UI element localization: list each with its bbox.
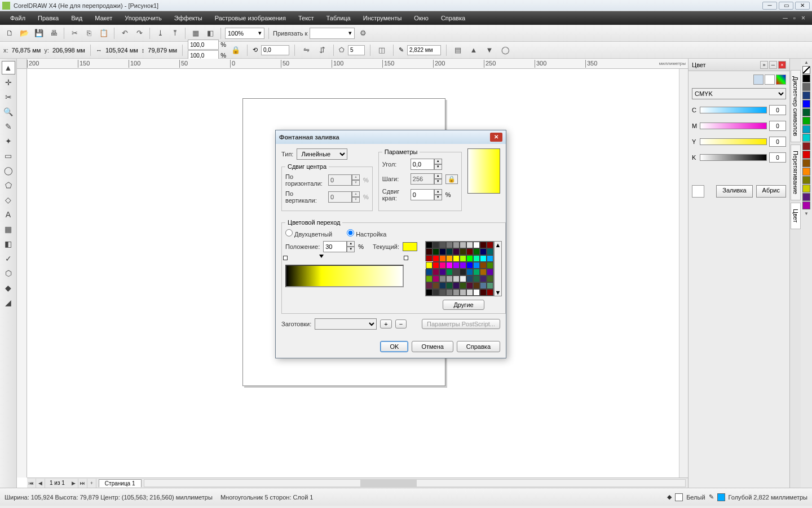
palette-swatch[interactable] — [802, 151, 810, 159]
fill-button[interactable]: Заливка — [716, 185, 752, 198]
basic-shapes-tool-icon[interactable]: ◇ — [2, 193, 15, 207]
palette-swatch[interactable] — [802, 134, 810, 142]
close-button[interactable]: ✕ — [795, 2, 810, 10]
presets-select[interactable] — [315, 318, 377, 330]
palette-cell[interactable] — [487, 289, 493, 296]
outline-tool-icon[interactable]: ⬡ — [2, 266, 15, 280]
palette-cell[interactable] — [480, 262, 487, 269]
interactive-tool-icon[interactable]: ◧ — [2, 237, 15, 251]
fill-tool-icon[interactable]: ◆ — [2, 281, 15, 295]
menu-bitmaps[interactable]: Растровые изображения — [209, 13, 292, 23]
palette-cell[interactable] — [473, 282, 480, 289]
save-icon[interactable]: 💾 — [33, 27, 45, 40]
menu-tools[interactable]: Инструменты — [358, 13, 408, 23]
palette-cell[interactable] — [446, 275, 453, 282]
palette-cell[interactable] — [426, 289, 433, 296]
palette-cell[interactable] — [460, 255, 466, 262]
zoom-tool-icon[interactable]: 🔍 — [2, 105, 15, 119]
palette-cell[interactable] — [466, 289, 473, 296]
open-icon[interactable]: 📂 — [18, 27, 30, 40]
help-button[interactable]: Справка — [457, 341, 500, 352]
palette-cell[interactable] — [433, 275, 439, 282]
text-tool-icon[interactable]: A — [2, 208, 15, 221]
palette-cell[interactable] — [426, 282, 433, 289]
table-tool-icon[interactable]: ▦ — [2, 222, 15, 236]
palette-cell[interactable] — [426, 269, 433, 275]
docker-tab-symbols[interactable]: Диспетчер символов — [791, 70, 801, 142]
palette-cell[interactable] — [446, 248, 453, 255]
first-page-button[interactable]: ⏮ — [27, 479, 36, 488]
smart-fill-tool-icon[interactable]: ✦ — [2, 134, 15, 148]
palette-cell[interactable] — [460, 275, 466, 282]
palette-swatch[interactable] — [802, 193, 810, 201]
last-page-button[interactable]: ⏭ — [78, 479, 87, 488]
convert-icon[interactable]: ◯ — [499, 44, 511, 56]
mini-palette[interactable] — [425, 241, 494, 296]
palette-cell[interactable] — [446, 255, 453, 262]
palette-swatch[interactable] — [802, 75, 810, 82]
palette-swatch[interactable] — [802, 83, 810, 91]
vertical-ruler[interactable] — [17, 69, 27, 478]
palette-cell[interactable] — [446, 289, 453, 296]
palette-up-icon[interactable]: ▲ — [804, 60, 809, 65]
channel-value-input[interactable] — [769, 137, 786, 147]
palette-swatch[interactable] — [802, 100, 810, 108]
palette-cell[interactable] — [466, 275, 473, 282]
palette-cell[interactable] — [446, 242, 453, 248]
dialog-close-button[interactable]: ✕ — [490, 133, 502, 142]
channel-slider[interactable] — [700, 138, 767, 145]
minimize-button[interactable]: ─ — [762, 2, 777, 10]
fill-indicator-icon[interactable]: ◆ — [667, 493, 672, 501]
app-launcher-icon[interactable]: ▦ — [189, 27, 202, 40]
horizontal-ruler[interactable]: миллиметры 20015010050050100150200250300… — [27, 59, 688, 69]
palette-cell[interactable] — [487, 269, 493, 275]
interactive-fill-tool-icon[interactable]: ◢ — [2, 296, 15, 309]
palette-cell[interactable] — [480, 242, 487, 248]
to-back-icon[interactable]: ▼ — [483, 44, 496, 56]
x-value[interactable]: 76,875 мм — [12, 47, 41, 54]
palette-cell[interactable] — [460, 269, 466, 275]
palette-cell[interactable] — [439, 269, 446, 275]
palette-cell[interactable] — [480, 282, 487, 289]
prev-page-button[interactable]: ◀ — [36, 479, 45, 488]
palette-cell[interactable] — [433, 282, 439, 289]
mdi-restore-button[interactable]: ▫ — [791, 14, 798, 22]
palette-cell[interactable] — [487, 242, 493, 248]
welcome-icon[interactable]: ◧ — [204, 27, 217, 40]
palette-cell[interactable] — [426, 262, 433, 269]
palette-cell[interactable] — [460, 248, 466, 255]
palette-cell[interactable] — [487, 262, 493, 269]
palette-cell[interactable] — [480, 269, 487, 275]
palette-cell[interactable] — [439, 289, 446, 296]
palette-cell[interactable] — [426, 242, 433, 248]
palette-cell[interactable] — [426, 275, 433, 282]
palette-cell[interactable] — [466, 282, 473, 289]
palette-cell[interactable] — [426, 248, 433, 255]
menu-table[interactable]: Таблица — [321, 13, 356, 23]
custom-radio[interactable]: Настройка — [347, 229, 386, 238]
palette-cell[interactable] — [439, 242, 446, 248]
shape-tool-icon[interactable]: ✛ — [2, 76, 15, 89]
palette-cell[interactable] — [446, 282, 453, 289]
palette-cell[interactable] — [446, 269, 453, 275]
palette-cell[interactable] — [466, 248, 473, 255]
menu-effects[interactable]: Эффекты — [169, 13, 208, 23]
mdi-minimize-button[interactable]: ─ — [780, 14, 790, 22]
menu-edit[interactable]: Правка — [32, 13, 64, 23]
lock-ratio-icon[interactable]: 🔒 — [230, 44, 242, 56]
menu-arrange[interactable]: Упорядочить — [119, 13, 167, 23]
palette-cell[interactable] — [460, 289, 466, 296]
to-curves-icon[interactable]: ◫ — [376, 44, 388, 56]
channel-slider[interactable] — [700, 107, 767, 113]
palette-cell[interactable] — [453, 269, 460, 275]
copy-icon[interactable]: ⎘ — [83, 27, 95, 40]
palette-scroll-down-icon[interactable]: ▼ — [495, 289, 501, 296]
palette-cell[interactable] — [473, 242, 480, 248]
palette-scroll-up-icon[interactable]: ▲ — [495, 242, 501, 248]
palette-cell[interactable] — [460, 262, 466, 269]
palette-swatch[interactable] — [802, 117, 810, 125]
palette-cell[interactable] — [487, 275, 493, 282]
palette-cell[interactable] — [433, 262, 439, 269]
palette-swatch[interactable] — [802, 125, 810, 133]
import-icon[interactable]: ⤓ — [154, 27, 166, 40]
